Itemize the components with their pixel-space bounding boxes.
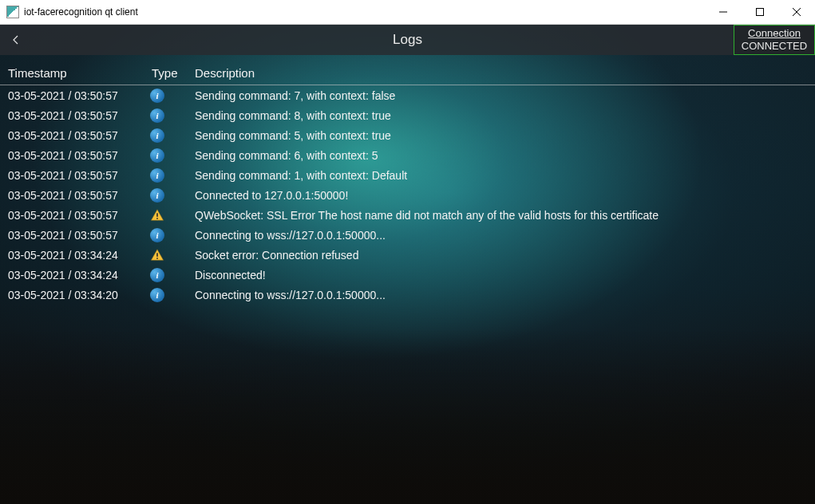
table-row[interactable]: 03-05-2021 / 03:34:20Connecting to wss:/…	[0, 285, 815, 305]
table-row[interactable]: 03-05-2021 / 03:50:57Sending command: 8,…	[0, 105, 815, 125]
info-icon	[150, 268, 164, 282]
cell-description: Sending command: 7, with context: false	[187, 89, 815, 102]
cell-type	[144, 268, 187, 282]
table-row[interactable]: 03-05-2021 / 03:34:24Disconnected!	[0, 265, 815, 285]
cell-timestamp: 03-05-2021 / 03:50:57	[0, 209, 144, 222]
cell-type	[144, 188, 187, 203]
cell-timestamp: 03-05-2021 / 03:50:57	[0, 109, 144, 122]
col-timestamp[interactable]: Timestamp	[0, 66, 144, 80]
cell-description: Disconnected!	[187, 269, 815, 282]
cell-description: Sending command: 8, with context: true	[187, 109, 815, 122]
app-body: Logs Connection CONNECTED Timestamp Type…	[0, 25, 815, 504]
table-row[interactable]: 03-05-2021 / 03:50:57Sending command: 7,…	[0, 85, 815, 105]
cell-timestamp: 03-05-2021 / 03:50:57	[0, 229, 144, 242]
connection-status: CONNECTED	[742, 40, 807, 53]
svg-rect-0	[757, 9, 764, 16]
back-button[interactable]	[0, 35, 32, 45]
col-type[interactable]: Type	[144, 66, 187, 80]
cell-timestamp: 03-05-2021 / 03:50:57	[0, 189, 144, 202]
window-title: iot-facerecognition qt client	[24, 6, 138, 18]
cell-description: Connecting to wss://127.0.0.1:50000...	[187, 289, 815, 301]
connection-label: Connection	[748, 27, 801, 40]
cell-timestamp: 03-05-2021 / 03:50:57	[0, 149, 144, 162]
cell-type	[144, 89, 187, 103]
info-icon	[150, 168, 164, 183]
table-row[interactable]: 03-05-2021 / 03:50:57Connecting to wss:/…	[0, 225, 815, 245]
cell-timestamp: 03-05-2021 / 03:34:20	[0, 289, 144, 301]
table-row[interactable]: 03-05-2021 / 03:50:57Sending command: 1,…	[0, 165, 815, 185]
app-icon	[6, 6, 19, 18]
log-table-body: 03-05-2021 / 03:50:57Sending command: 7,…	[0, 85, 815, 305]
window-titlebar: iot-facerecognition qt client	[0, 0, 815, 25]
cell-description: QWebSocket: SSL Error The host name did …	[187, 209, 815, 222]
info-icon	[150, 288, 164, 302]
info-icon	[150, 89, 164, 103]
log-table-header: Timestamp Type Description	[0, 55, 815, 85]
cell-description: Socket error: Connection refused	[187, 249, 815, 262]
table-row[interactable]: 03-05-2021 / 03:34:24Socket error: Conne…	[0, 245, 815, 265]
col-description[interactable]: Description	[187, 66, 815, 80]
cell-description: Connecting to wss://127.0.0.1:50000...	[187, 229, 815, 242]
cell-type	[144, 288, 187, 302]
cell-type	[144, 148, 187, 163]
table-row[interactable]: 03-05-2021 / 03:50:57Sending command: 5,…	[0, 125, 815, 145]
cell-description: Sending command: 6, with context: 5	[187, 149, 815, 162]
warning-icon	[150, 248, 164, 262]
connection-panel[interactable]: Connection CONNECTED	[734, 25, 815, 55]
cell-type	[144, 128, 187, 143]
cell-type	[144, 248, 187, 262]
cell-timestamp: 03-05-2021 / 03:50:57	[0, 129, 144, 142]
window-close-button[interactable]	[778, 0, 815, 24]
table-row[interactable]: 03-05-2021 / 03:50:57Sending command: 6,…	[0, 145, 815, 165]
cell-description: Sending command: 5, with context: true	[187, 129, 815, 142]
cell-timestamp: 03-05-2021 / 03:34:24	[0, 269, 144, 282]
page-title: Logs	[0, 32, 815, 48]
window-minimize-button[interactable]	[705, 0, 742, 24]
header-bar: Logs Connection CONNECTED	[0, 25, 815, 55]
cell-type	[144, 228, 187, 242]
cell-description: Connected to 127.0.0.1:50000!	[187, 189, 815, 202]
cell-timestamp: 03-05-2021 / 03:34:24	[0, 249, 144, 262]
table-row[interactable]: 03-05-2021 / 03:50:57Connected to 127.0.…	[0, 185, 815, 205]
cell-timestamp: 03-05-2021 / 03:50:57	[0, 169, 144, 182]
info-icon	[150, 228, 164, 242]
chevron-left-icon	[13, 35, 19, 45]
info-icon	[150, 188, 164, 203]
cell-type	[144, 108, 187, 123]
info-icon	[150, 108, 164, 123]
cell-type	[144, 168, 187, 183]
cell-timestamp: 03-05-2021 / 03:50:57	[0, 89, 144, 102]
cell-description: Sending command: 1, with context: Defaul…	[187, 169, 815, 182]
window-maximize-button[interactable]	[742, 0, 778, 24]
warning-icon	[150, 208, 164, 222]
table-row[interactable]: 03-05-2021 / 03:50:57QWebSocket: SSL Err…	[0, 205, 815, 225]
info-icon	[150, 128, 164, 143]
cell-type	[144, 208, 187, 222]
info-icon	[150, 148, 164, 163]
log-table: Timestamp Type Description 03-05-2021 / …	[0, 55, 815, 305]
